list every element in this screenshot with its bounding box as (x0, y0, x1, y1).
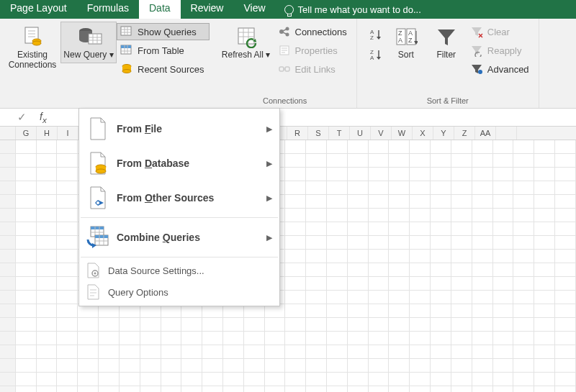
cell[interactable] (472, 168, 493, 181)
grid-row[interactable] (0, 373, 576, 386)
cell[interactable] (534, 168, 555, 181)
menu-data-source-settings[interactable]: Data Source Settings... (79, 260, 279, 281)
cell[interactable] (472, 318, 493, 332)
cell[interactable] (431, 291, 451, 304)
cell[interactable] (348, 304, 369, 318)
cell[interactable] (16, 168, 37, 181)
cell[interactable] (37, 318, 58, 332)
cell[interactable] (472, 263, 493, 277)
col-hdr[interactable]: G (16, 127, 37, 140)
cell[interactable] (513, 168, 534, 181)
cell[interactable] (451, 359, 472, 373)
row-header[interactable] (0, 318, 16, 332)
cell[interactable] (389, 209, 410, 222)
cell[interactable] (348, 154, 369, 168)
cell[interactable] (327, 250, 348, 263)
cell[interactable] (410, 386, 431, 392)
cell[interactable] (513, 304, 534, 318)
cell[interactable] (431, 209, 451, 222)
col-hdr[interactable]: S (308, 127, 329, 140)
cell[interactable] (348, 359, 369, 373)
cell[interactable] (16, 373, 37, 386)
cell[interactable] (57, 222, 78, 236)
cell[interactable] (431, 168, 451, 181)
cell[interactable] (410, 222, 431, 236)
recent-sources-button[interactable]: Recent Sources (117, 60, 210, 78)
cell[interactable] (285, 168, 306, 181)
cell[interactable] (389, 195, 410, 209)
cell[interactable] (472, 386, 493, 392)
grid-row[interactable] (0, 318, 576, 332)
cell[interactable] (431, 373, 451, 386)
cell[interactable] (451, 345, 472, 359)
cell[interactable] (99, 373, 120, 386)
cell[interactable] (451, 236, 472, 250)
cell[interactable] (285, 332, 306, 345)
cell[interactable] (348, 250, 369, 263)
cell[interactable] (244, 345, 265, 359)
clear-button[interactable]: Clear (467, 23, 534, 40)
cell[interactable] (513, 236, 534, 250)
cell[interactable] (513, 386, 534, 392)
cell[interactable] (265, 373, 286, 386)
cell[interactable] (16, 195, 37, 209)
cell[interactable] (389, 318, 410, 332)
sort-desc-button[interactable]: ZA (367, 46, 384, 63)
cell[interactable] (493, 263, 514, 277)
cell[interactable] (472, 277, 493, 291)
cell[interactable] (285, 209, 306, 222)
cell[interactable] (140, 359, 161, 373)
cell[interactable] (327, 209, 348, 222)
show-queries-button[interactable]: Show Queries (117, 23, 210, 40)
cell[interactable] (493, 373, 514, 386)
cell[interactable] (369, 236, 390, 250)
refresh-all-button[interactable]: Refresh All ▾ (218, 22, 274, 63)
cell[interactable] (285, 304, 306, 318)
fx-icon[interactable]: fx (40, 111, 47, 124)
cell[interactable] (120, 345, 140, 359)
tab-formulas[interactable]: Formulas (77, 0, 139, 19)
cell[interactable] (327, 291, 348, 304)
cell[interactable] (451, 140, 472, 154)
cell[interactable] (327, 277, 348, 291)
cell[interactable] (223, 386, 244, 392)
cell[interactable] (37, 222, 58, 236)
cell[interactable] (410, 154, 431, 168)
cell[interactable] (16, 386, 37, 392)
cell[interactable] (431, 304, 451, 318)
cell[interactable] (285, 154, 306, 168)
cell[interactable] (369, 209, 390, 222)
cell[interactable] (348, 222, 369, 236)
cell[interactable] (431, 140, 451, 154)
cell[interactable] (37, 291, 58, 304)
col-hdr[interactable]: X (413, 127, 433, 140)
cell[interactable] (389, 345, 410, 359)
tab-view[interactable]: View (233, 0, 275, 19)
cell[interactable] (16, 250, 37, 263)
cell[interactable] (37, 236, 58, 250)
sort-asc-button[interactable]: AZ (367, 26, 384, 43)
cell[interactable] (410, 140, 431, 154)
cell[interactable] (389, 291, 410, 304)
cell[interactable] (451, 154, 472, 168)
cell[interactable] (306, 318, 327, 332)
cell[interactable] (223, 345, 244, 359)
cell[interactable] (78, 359, 99, 373)
cell[interactable] (389, 373, 410, 386)
cell[interactable] (472, 222, 493, 236)
cell[interactable] (534, 209, 555, 222)
cell[interactable] (57, 373, 78, 386)
cell[interactable] (513, 318, 534, 332)
cell[interactable] (513, 359, 534, 373)
row-header[interactable] (0, 250, 16, 263)
cell[interactable] (389, 304, 410, 318)
cell[interactable] (513, 277, 534, 291)
cell[interactable] (348, 386, 369, 392)
cell[interactable] (555, 386, 576, 392)
cell[interactable] (472, 209, 493, 222)
cell[interactable] (513, 373, 534, 386)
cell[interactable] (493, 209, 514, 222)
cell[interactable] (555, 140, 576, 154)
reapply-button[interactable]: Reapply (467, 42, 534, 59)
cell[interactable] (306, 140, 327, 154)
